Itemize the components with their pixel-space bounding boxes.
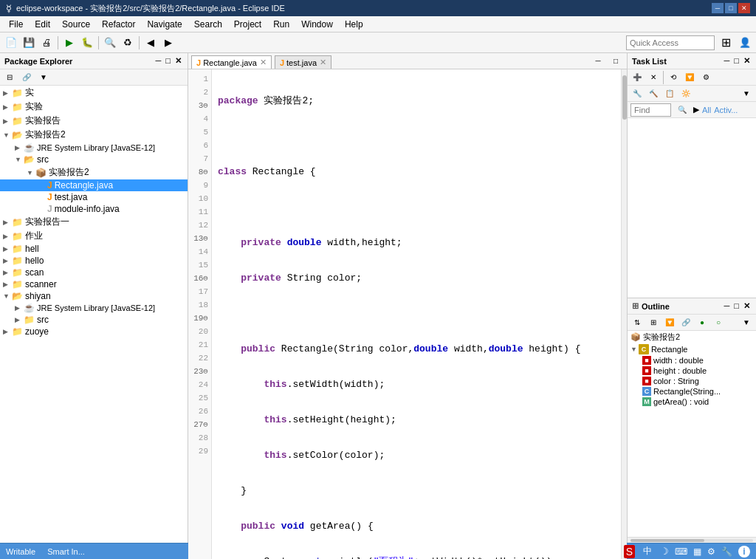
pkg-item-rectangle[interactable]: J Rectangle.java (0, 179, 188, 191)
editor-tab-test[interactable]: J test.java ✕ (275, 55, 331, 69)
minimize-button[interactable]: ─ (712, 3, 724, 13)
outline-item-pkg[interactable]: 📦 实验报告2 (628, 331, 756, 343)
pkg-item-scanner[interactable]: ▶ 📁 scanner (0, 278, 188, 290)
menu-navigate[interactable]: Navigate (141, 18, 188, 31)
maximize-editor-button[interactable]: □ (608, 52, 624, 69)
menu-project[interactable]: Project (228, 18, 267, 31)
find-active-label[interactable]: Activ... (714, 106, 738, 114)
find-all-label[interactable]: All (702, 106, 711, 114)
filter-outline-button[interactable]: 🔽 (662, 315, 678, 331)
pkg-item-shiyan-jre[interactable]: ▶ ☕ JRE System Library [JavaSE-12] (0, 302, 188, 314)
pkg-item-实验[interactable]: ▶ 📁 实验 (0, 100, 188, 114)
task-find-button[interactable]: 🔍 (674, 102, 690, 118)
code-editor[interactable]: 1 2 3⊖ 4 5 6 7 8⊖ 9 10 11 12 13⊖ 14 15 1… (188, 69, 627, 559)
run-button[interactable]: ▶ (61, 35, 78, 51)
debug-button[interactable]: 🐛 (79, 35, 95, 51)
new-task-button[interactable]: ➕ (629, 69, 645, 86)
package-explorer-title: Package Explorer (4, 57, 154, 66)
editor-scrollbar-thumb[interactable] (622, 75, 627, 120)
pkg-item-shiyan[interactable]: ▼ 📂 shiyan (0, 290, 188, 302)
close-tab-rectangle[interactable]: ✕ (260, 58, 267, 67)
open-perspective-button[interactable]: 👤 (737, 35, 753, 51)
task-sort-button[interactable]: ⟲ (665, 69, 681, 86)
task-collapse-button[interactable]: 🔧 (629, 86, 645, 102)
code-line-5: private double width,height; (218, 236, 615, 250)
pkg-item-hello[interactable]: ▶ 📁 hello (0, 255, 188, 267)
link-outline-button[interactable]: 🔗 (678, 315, 694, 331)
view-menu-button[interactable]: ▼ (35, 69, 52, 86)
menu-file[interactable]: File (3, 18, 29, 31)
maximize-button[interactable]: □ (725, 3, 737, 13)
pkg-item-zuoye[interactable]: ▶ 📁 zuoye (0, 326, 188, 337)
menu-search[interactable]: Search (188, 18, 228, 31)
pkg-item-shiyan-src[interactable]: ▶ 📁 src (0, 314, 188, 326)
print-button[interactable]: 🖨 (38, 35, 55, 51)
pkg-item-jre[interactable]: ▶ ☕ JRE System Library [JavaSE-12] (0, 142, 188, 154)
outline-down-button[interactable]: ▼ (738, 315, 755, 331)
maximize-outline-button[interactable]: □ (732, 301, 740, 311)
expand-outline-button[interactable]: ○ (710, 315, 726, 331)
close-panel-button[interactable]: ✕ (173, 56, 183, 66)
outline-item-constructor[interactable]: C Rectangle(String... (628, 386, 756, 397)
task-list-content (628, 118, 756, 298)
delete-task-button[interactable]: ✕ (645, 69, 662, 86)
outline-item-color[interactable]: ■ color : String (628, 376, 756, 386)
search-button[interactable]: 🔍 (102, 35, 118, 51)
keyboard-icon: ⌨ (675, 546, 687, 557)
outline-item-class[interactable]: ▼ C Rectangle (628, 343, 756, 355)
pkg-item-pkg2[interactable]: ▼ 📦 实验报告2 (0, 165, 188, 179)
collapse-outline-button[interactable]: ● (694, 315, 710, 331)
collapse-all-button[interactable]: ⊟ (1, 69, 18, 86)
task-extra-button[interactable]: 🔆 (678, 86, 694, 102)
menu-help[interactable]: Help (339, 18, 369, 31)
pkg-item-实验报告2[interactable]: ▼ 📂 实验报告2 (0, 128, 188, 142)
task-view-button[interactable]: 📋 (662, 86, 678, 102)
outline-item-height[interactable]: ■ height : double (628, 366, 756, 376)
editor-tab-rectangle[interactable]: J Rectangle.java ✕ (191, 55, 272, 69)
task-find-input[interactable] (630, 103, 671, 117)
close-task-button[interactable]: ✕ (742, 56, 752, 66)
menu-source[interactable]: Source (56, 18, 96, 31)
maximize-panel-button[interactable]: □ (164, 56, 172, 66)
close-button[interactable]: ✕ (738, 3, 750, 13)
group-outline-button[interactable]: ⊞ (645, 315, 662, 331)
link-with-editor-button[interactable]: 🔗 (18, 69, 35, 86)
pkg-item-test[interactable]: J test.java (0, 191, 188, 203)
close-outline-button[interactable]: ✕ (742, 301, 752, 311)
maximize-task-button[interactable]: □ (732, 56, 740, 66)
new-button[interactable]: 📄 (3, 35, 19, 51)
forward-button[interactable]: ▶ (160, 35, 176, 51)
pkg-item-module[interactable]: J module-info.java (0, 203, 188, 215)
task-filter-button[interactable]: 🔽 (681, 69, 698, 86)
pkg-item-实验报告一[interactable]: ▶ 📁 实验报告一 (0, 215, 188, 229)
code-line-3: class Rectangle { (218, 165, 615, 179)
task-down-button[interactable]: ▼ (738, 86, 755, 102)
back-button[interactable]: ◀ (142, 35, 159, 51)
task-expand-button[interactable]: 🔨 (645, 86, 662, 102)
pkg-item-实[interactable]: ▶ 📁 实 (0, 86, 188, 100)
task-settings-button[interactable]: ⚙ (698, 69, 714, 86)
close-tab-test[interactable]: ✕ (320, 58, 326, 67)
pkg-item-scan[interactable]: ▶ 📁 scan (0, 267, 188, 278)
minimize-panel-button[interactable]: ─ (154, 56, 163, 66)
outline-item-getarea[interactable]: M getArea() : void (628, 397, 756, 407)
menu-run[interactable]: Run (267, 18, 295, 31)
menu-edit[interactable]: Edit (29, 18, 56, 31)
quick-access-input[interactable] (626, 35, 715, 50)
code-content[interactable]: package 实验报告2; class Rectangle { private… (212, 69, 621, 559)
minimize-outline-button[interactable]: ─ (723, 301, 732, 311)
menu-window[interactable]: Window (295, 18, 339, 31)
pkg-item-作业[interactable]: ▶ 📁 作业 (0, 229, 188, 243)
minimize-editor-button[interactable]: ─ (590, 52, 606, 69)
pkg-item-hell[interactable]: ▶ 📁 hell (0, 243, 188, 255)
outline-item-width[interactable]: ■ width : double (628, 355, 756, 366)
perspectives-button[interactable]: ⊞ (718, 35, 734, 51)
refactor-button[interactable]: ♻ (120, 35, 136, 51)
pkg-item-src[interactable]: ▼ 📂 src (0, 154, 188, 165)
pkg-item-实验报告[interactable]: ▶ 📁 实验报告 (0, 114, 188, 128)
menu-refactor[interactable]: Refactor (96, 18, 141, 31)
sort-outline-button[interactable]: ⇅ (629, 315, 645, 331)
save-button[interactable]: 💾 (21, 35, 37, 51)
minimize-task-button[interactable]: ─ (723, 56, 732, 66)
outline-scrollbar-thumb[interactable] (630, 539, 704, 542)
